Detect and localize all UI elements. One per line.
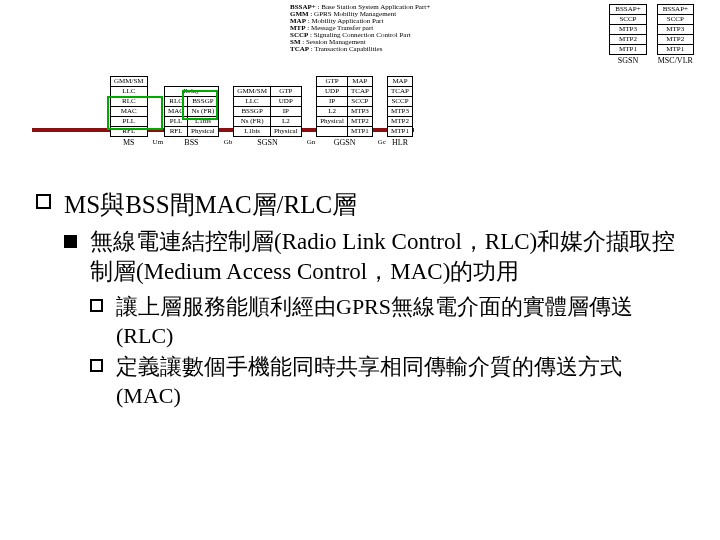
legend-row: TCAP : Transaction Capabilities — [290, 46, 500, 53]
stack-cell: MTP1 — [347, 127, 372, 137]
stack-cell: TCAP — [347, 87, 372, 97]
stack-cell: IP — [270, 107, 301, 117]
bullet-l3-text: 讓上層服務能順利經由GPRS無線電介面的實體層傳送(RLC) — [116, 294, 633, 348]
stack-label: MSC/VLR — [658, 57, 693, 65]
stack-label: BSS — [184, 139, 198, 147]
stack-cell: SCCP — [388, 97, 413, 107]
iface-label: Gc — [377, 139, 387, 147]
stack-cell: MTP1 — [388, 127, 413, 137]
stack-label: SGSN — [257, 139, 277, 147]
stack-cell: SCCP — [657, 15, 693, 25]
stack-cell: L1bis — [188, 117, 219, 127]
stack-cell: MTP3 — [388, 107, 413, 117]
stack-cell: Relay — [165, 87, 219, 97]
stack-cell: Physical — [188, 127, 219, 137]
stack-cell: MAP — [388, 77, 413, 87]
stack-cell: GTP — [317, 77, 348, 87]
bottom-stacks: GMM/SMLLCRLCMACPLLRFL MS Um RelayRLCBSSG… — [110, 76, 417, 147]
stack-cell: RFL — [111, 127, 148, 137]
stack-sgsn: GMM/SMGTPLLCUDPBSSGPIPNs (FR)L2L1bisPhys… — [233, 86, 301, 147]
stack-cell: MTP2 — [610, 35, 646, 45]
stack-cell: BSSGP — [234, 107, 271, 117]
stack-cell: MTP2 — [347, 117, 372, 127]
stack-cell — [317, 127, 348, 137]
iface-label: Um — [152, 139, 165, 147]
stack-cell: Physical — [317, 117, 348, 127]
bullet-l2: 無線電連結控制層(Radio Link Control，RLC)和媒介擷取控制層… — [64, 227, 686, 410]
stack-cell: L2 — [270, 117, 301, 127]
stack-bss: RelayRLCBSSGPMACNs (FR)PLLL1bisRFLPhysic… — [164, 86, 219, 147]
stack-cell: MTP2 — [388, 117, 413, 127]
legend: BSSAP+ : Base Station System Application… — [290, 4, 500, 53]
stack-cell: SCCP — [610, 15, 646, 25]
stack-cell: TCAP — [388, 87, 413, 97]
bullet-l3: 定義讓數個手機能同時共享相同傳輸介質的傳送方式(MAC) — [90, 352, 686, 410]
bullet-l2-text: 無線電連結控制層(Radio Link Control，RLC)和媒介擷取控制層… — [90, 229, 675, 284]
stack-cell: GMM/SM — [111, 77, 148, 87]
stack-cell: BSSAP+ — [610, 5, 646, 15]
stack-ggsn: GTPMAPUDPTCAPIPSCCPL2MTP3PhysicalMTP2MTP… — [316, 76, 373, 147]
stack-cell: Ns (FR) — [234, 117, 271, 127]
stack-cell: RFL — [165, 127, 188, 137]
stack-cell: BSSGP — [188, 97, 219, 107]
stack-cell: GTP — [270, 87, 301, 97]
stack-cell: GMM/SM — [234, 87, 271, 97]
stack-cell: SCCP — [347, 97, 372, 107]
stack-label: HLR — [392, 139, 408, 147]
stack-label: MS — [123, 139, 135, 147]
stack-mscvlr: BSSAP+SCCPMTP3MTP2MTP1 MSC/VLR — [657, 4, 694, 65]
stack-cell: MTP2 — [657, 35, 693, 45]
stack-cell: UDP — [270, 97, 301, 107]
stack-cell: MTP3 — [657, 25, 693, 35]
slide-body: MS與BSS間MAC層/RLC層 無線電連結控制層(Radio Link Con… — [36, 188, 686, 410]
stack-cell: MTP1 — [657, 45, 693, 55]
stack-cell: MAC — [165, 107, 188, 117]
stack-cell: BSSAP+ — [657, 5, 693, 15]
stack-cell: RLC — [111, 97, 148, 107]
stack-cell: RLC — [165, 97, 188, 107]
stack-cell: UDP — [317, 87, 348, 97]
stack-cell: PLL — [165, 117, 188, 127]
stack-hlr: MAPTCAPSCCPMTP3MTP2MTP1 HLR — [387, 76, 413, 147]
bullet-l1: MS與BSS間MAC層/RLC層 無線電連結控制層(Radio Link Con… — [36, 188, 686, 410]
stack-cell: MTP3 — [610, 25, 646, 35]
top-right-stacks: BSSAP+SCCPMTP3MTP2MTP1 SGSN BSSAP+SCCPMT… — [609, 4, 694, 65]
stack-cell: MAC — [111, 107, 148, 117]
stack-label: GGSN — [334, 139, 356, 147]
stack-ms: GMM/SMLLCRLCMACPLLRFL MS — [110, 76, 148, 147]
stack-cell: L1bis — [234, 127, 271, 137]
bullet-l3: 讓上層服務能順利經由GPRS無線電介面的實體層傳送(RLC) — [90, 292, 686, 350]
stack-cell: MTP1 — [610, 45, 646, 55]
iface-label: Gn — [306, 139, 317, 147]
stack-cell: LLC — [234, 97, 271, 107]
stack-cell: PLL — [111, 117, 148, 127]
protocol-stack-diagram: BSSAP+ : Base Station System Application… — [110, 4, 700, 166]
iface-label: Gb — [223, 139, 234, 147]
stack-cell: L2 — [317, 107, 348, 117]
bullet-l1-text: MS與BSS間MAC層/RLC層 — [64, 191, 357, 218]
bullet-l3-text: 定義讓數個手機能同時共享相同傳輸介質的傳送方式(MAC) — [116, 354, 622, 408]
stack-cell: IP — [317, 97, 348, 107]
stack-cell: LLC — [111, 87, 148, 97]
stack-cell: MTP3 — [347, 107, 372, 117]
stack-cell: Physical — [270, 127, 301, 137]
stack-cell: Ns (FR) — [188, 107, 219, 117]
stack-label: SGSN — [618, 57, 638, 65]
stack-sgsn-top: BSSAP+SCCPMTP3MTP2MTP1 SGSN — [609, 4, 646, 65]
stack-cell: MAP — [347, 77, 372, 87]
